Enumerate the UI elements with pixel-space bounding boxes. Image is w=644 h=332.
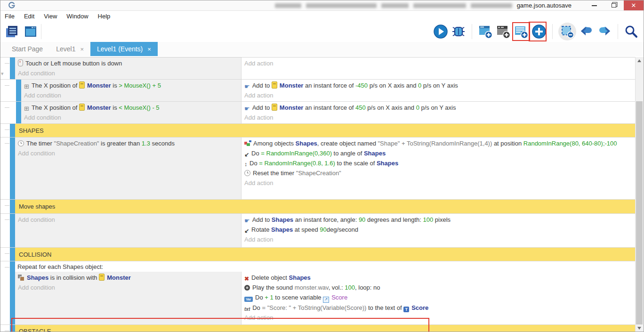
foreach-header[interactable]: Repeat for each Shapes object: [15, 261, 636, 272]
add-condition-button[interactable]: Add condition [15, 68, 241, 78]
action-line[interactable]: ☛Add to Shapes an instant force, angle: … [242, 215, 636, 225]
tab-start-page[interactable]: Start Page [5, 42, 49, 56]
condition-line[interactable]: Touch or Left mouse button is down [15, 58, 241, 68]
add-condition-button[interactable]: Add condition [15, 215, 241, 225]
add-object-icon[interactable] [531, 24, 547, 40]
condition-line[interactable]: ⊞The X position of Monster is < MouseX()… [21, 103, 241, 113]
text-segment: Add action [244, 92, 273, 99]
text-segment: Reset the timer [253, 170, 296, 177]
add-scene-icon[interactable] [478, 24, 493, 40]
add-action-button[interactable]: Add action [242, 313, 636, 323]
action-line[interactable]: txtDo = "Score: " + ToString(Variable(Sc… [242, 303, 636, 313]
undo-icon[interactable] [579, 24, 594, 40]
menu-help[interactable]: Help [98, 13, 111, 20]
text-segment: "Shape" + ToString(RandomInRange(1,4)) [378, 140, 492, 147]
action-line[interactable]: Among objects Shapes, create object name… [242, 138, 636, 148]
actions-cell: ☛Add to Monster an instant force of 450 … [241, 102, 636, 123]
menu-file[interactable]: File [5, 13, 15, 20]
text-segment: 100 [423, 216, 434, 223]
restore-button[interactable] [604, 0, 624, 10]
text-segment: Shapes [364, 150, 386, 157]
actions-cell: Among objects Shapes, create object name… [241, 138, 636, 199]
condition-line[interactable]: Shapes is in collision with Monster [15, 273, 241, 283]
scrollbar-thumb[interactable] [636, 101, 643, 324]
comment-text[interactable]: OBSTACLE [15, 325, 636, 332]
menu-edit[interactable]: Edit [24, 13, 34, 20]
tab-level1-events[interactable]: Level1 (Events) × [90, 42, 158, 56]
text-segment: 1.3 [142, 140, 150, 147]
text-segment: pixels [433, 216, 451, 223]
text-segment: is greater than [99, 140, 141, 147]
position-icon: ⊞ [24, 83, 29, 89]
comment-row: SHAPES [0, 123, 636, 137]
add-external-events-icon[interactable] [496, 24, 511, 40]
add-condition-button[interactable]: Add condition [15, 148, 241, 158]
event-tree-gutter [0, 325, 10, 332]
menu-view[interactable]: View [44, 13, 57, 20]
text-segment: monster.wav [295, 284, 329, 291]
add-condition-button[interactable]: Add condition [15, 283, 241, 292]
play-icon[interactable] [433, 24, 448, 40]
add-action-button[interactable]: Add action [242, 178, 636, 188]
event-selection-bar[interactable] [10, 200, 15, 213]
monster-icon [79, 81, 85, 89]
event-selection-bar[interactable] [10, 214, 15, 247]
scroll-up-icon[interactable] [637, 59, 641, 62]
tab-close-icon[interactable]: × [147, 46, 151, 53]
event-selection-bar[interactable] [10, 124, 15, 137]
event-selection-bar[interactable] [16, 80, 21, 101]
scene-editor-icon[interactable] [23, 24, 38, 40]
action-line[interactable]: VarDo + 1 to scene variable ↗Score [242, 292, 636, 303]
comment-text[interactable]: SHAPES [15, 124, 636, 137]
hand-icon: ☛ [244, 83, 250, 89]
text-segment: Shapes [271, 226, 293, 233]
redo-icon[interactable] [597, 24, 612, 40]
menu-window[interactable]: Window [66, 13, 88, 20]
tab-close-icon[interactable]: × [80, 46, 84, 53]
gdevelop-logo-icon [8, 1, 16, 9]
action-line[interactable]: ☛Add to Monster an instant force of -450… [242, 81, 636, 90]
add-action-button[interactable]: Add action [242, 113, 636, 122]
action-line[interactable]: Reset the timer "ShapeCreation" [242, 168, 636, 178]
condition-line[interactable]: The timer "ShapeCreation" is greater tha… [15, 138, 241, 148]
action-line[interactable]: ↕Do = RandomInRange(0.8, 1.6) to the sca… [242, 158, 636, 168]
condition-line[interactable]: ⊞The X position of Monster is > MouseX()… [21, 81, 241, 90]
action-line[interactable]: Play the sound monster.wav, vol.: 100, l… [242, 283, 636, 292]
event-selection-bar[interactable] [10, 261, 15, 324]
add-action-button[interactable]: Add action [242, 235, 636, 244]
event-selection-bar[interactable] [10, 57, 15, 79]
close-button[interactable]: ✕ [624, 0, 644, 10]
app-window: game.json.autosave ✕ File Edit View Wind… [0, 0, 644, 332]
event-selection-bar[interactable] [10, 325, 15, 332]
text-segment: Add action [244, 236, 273, 243]
text-segment: , create object named [317, 140, 378, 147]
action-line[interactable]: ↙Rotate Shapes at speed 90deg/second [242, 225, 636, 235]
add-event-icon[interactable] [514, 24, 529, 40]
event-tree-gutter[interactable] [0, 57, 10, 79]
comment-row: Move shapes [0, 199, 636, 213]
text-segment: p/s on Y axis [421, 82, 458, 89]
text-segment: Do [250, 160, 259, 167]
deactivate-selection-icon[interactable] [558, 23, 576, 40]
text-segment: no [373, 284, 380, 291]
debug-icon[interactable] [451, 24, 466, 40]
comment-text[interactable]: Move shapes [15, 200, 636, 213]
action-line[interactable]: ↙Do = RandomInRange(0,360) to angle of S… [242, 148, 636, 158]
tab-level1[interactable]: Level1 × [49, 42, 90, 56]
add-condition-button[interactable]: Add condition [21, 90, 241, 100]
actions-cell: Add action [241, 57, 636, 79]
action-line[interactable]: ☛Add to Monster an instant force of 450 … [242, 103, 636, 113]
action-line[interactable]: ✖Delete object Shapes [242, 273, 636, 283]
event-selection-bar[interactable] [16, 102, 21, 123]
add-action-button[interactable]: Add action [242, 58, 636, 68]
event-selection-bar[interactable] [10, 248, 15, 261]
add-action-button[interactable]: Add action [242, 90, 636, 100]
add-condition-button[interactable]: Add condition [21, 113, 241, 122]
vertical-scrollbar[interactable] [635, 57, 644, 332]
project-manager-icon[interactable] [4, 24, 19, 40]
comment-text[interactable]: COLLISION [15, 248, 636, 261]
event-selection-bar[interactable] [10, 138, 15, 199]
scroll-down-icon[interactable] [637, 327, 641, 330]
minimize-button[interactable] [584, 0, 604, 10]
search-icon[interactable] [624, 24, 639, 40]
